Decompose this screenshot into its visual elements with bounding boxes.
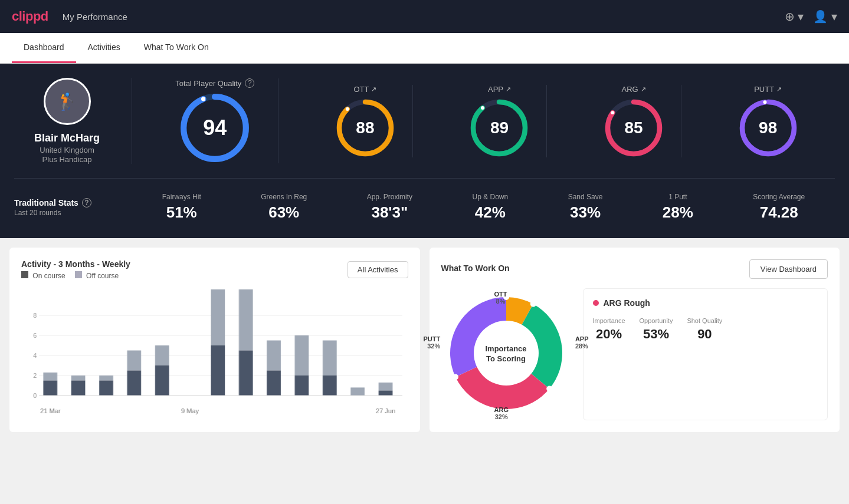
putt-label: PUTT ↗	[754, 85, 782, 94]
legend-on-course: On course	[21, 271, 65, 280]
app-arrow: ↗	[506, 85, 511, 93]
tab-activities[interactable]: Activities	[76, 33, 132, 63]
metric-shot-quality: Shot Quality 90	[687, 317, 722, 342]
tpq-help-icon[interactable]: ?	[245, 78, 254, 88]
ott-label: OTT ↗	[353, 85, 376, 94]
stat-greens-in-reg: Greens In Reg 63%	[261, 193, 307, 222]
wtwo-content: Importance To Scoring OTT8% APP28% ARG32…	[441, 288, 828, 420]
on-course-dot	[21, 271, 28, 278]
player-handicap: Plus Handicap	[42, 155, 92, 164]
score-putt: PUTT ↗ 98	[721, 85, 815, 157]
nav-right: ⊕ ▾ 👤 ▾	[785, 9, 837, 24]
tab-what-to-work-on[interactable]: What To Work On	[132, 33, 221, 63]
wtwo-panel: What To Work On View Dashboard Importanc…	[430, 248, 840, 432]
user-avatar[interactable]: 👤 ▾	[813, 9, 837, 24]
wtwo-header: What To Work On View Dashboard	[441, 259, 828, 279]
putt-circle: 98	[739, 98, 798, 157]
info-metrics: Importance 20% Opportunity 53% Shot Qual…	[593, 317, 818, 342]
player-name: Blair McHarg	[34, 132, 100, 144]
app-circle: 89	[470, 98, 529, 157]
app-label: APP ↗	[488, 85, 511, 94]
stats-label-col: Traditional Stats ? Last 20 rounds	[14, 198, 132, 217]
ott-value: 88	[356, 118, 374, 137]
player-avatar: 🏌	[44, 78, 91, 125]
tpq-circle: 94	[179, 93, 250, 163]
score-arg: ARG ↗ 85	[586, 85, 681, 157]
chart-legend: On course Off course	[21, 271, 130, 280]
stat-up-down: Up & Down 42%	[473, 193, 509, 222]
tabs-bar: Dashboard Activities What To Work On	[0, 33, 849, 64]
scores-row: Total Player Quality ? 94 OTT ↗ 88	[132, 78, 835, 163]
metric-opportunity: Opportunity 53%	[640, 317, 673, 342]
ott-arrow: ↗	[371, 85, 376, 93]
stat-sand-save: Sand Save 33%	[568, 193, 603, 222]
arg-value: 85	[625, 118, 643, 137]
stats-help-icon[interactable]: ?	[82, 198, 91, 207]
tpq-label: Total Player Quality ?	[175, 78, 254, 88]
bottom-row: Activity - 3 Months - Weekly On course O…	[0, 238, 849, 442]
tpq-section: Total Player Quality ? 94	[152, 78, 278, 163]
info-card: ARG Rough Importance 20% Opportunity 53%…	[583, 288, 828, 420]
donut-label-arg: ARG32%	[494, 406, 509, 420]
top-nav: clippd My Performance ⊕ ▾ 👤 ▾	[0, 0, 849, 33]
info-card-dot	[593, 300, 599, 306]
nav-title: My Performance	[63, 12, 127, 22]
activity-panel: Activity - 3 Months - Weekly On course O…	[9, 248, 420, 432]
stat-fairways-hit: Fairways Hit 51%	[162, 193, 201, 222]
score-ott: OTT ↗ 88	[318, 85, 413, 157]
stat-scoring-average: Scoring Average 74.28	[753, 193, 805, 222]
logo[interactable]: clippd	[12, 9, 48, 24]
stats-title: Traditional Stats ?	[14, 198, 120, 207]
stats-items: Fairways Hit 51% Greens In Reg 63% App. …	[132, 193, 835, 222]
arg-circle: 85	[604, 98, 663, 157]
stat-1-putt: 1 Putt 28%	[663, 193, 693, 222]
player-info: 🏌 Blair McHarg United Kingdom Plus Handi…	[14, 78, 132, 164]
metric-importance: Importance 20%	[593, 317, 625, 342]
nav-left: clippd My Performance	[12, 9, 127, 24]
stats-row: Traditional Stats ? Last 20 rounds Fairw…	[14, 178, 835, 222]
tpq-value: 94	[203, 116, 227, 140]
putt-value: 98	[759, 118, 777, 137]
ott-circle: 88	[336, 98, 395, 157]
donut-label-putt: PUTT32%	[424, 335, 441, 350]
tab-dashboard[interactable]: Dashboard	[12, 33, 76, 63]
donut-center-text: Importance To Scoring	[485, 344, 526, 364]
view-dashboard-button[interactable]: View Dashboard	[749, 259, 828, 279]
app-value: 89	[490, 118, 509, 137]
donut-label-app: APP28%	[575, 335, 589, 350]
add-icon[interactable]: ⊕ ▾	[785, 9, 804, 24]
stats-sub: Last 20 rounds	[14, 209, 120, 217]
chart-header: Activity - 3 Months - Weekly On course O…	[21, 259, 408, 280]
chart-title: Activity - 3 Months - Weekly	[21, 259, 130, 269]
chart-area	[21, 289, 408, 419]
off-course-dot	[75, 271, 82, 278]
putt-arrow: ↗	[776, 85, 782, 93]
donut-area: Importance To Scoring OTT8% APP28% ARG32…	[441, 288, 571, 420]
stat-app-proximity: App. Proximity 38'3"	[367, 193, 412, 222]
donut-label-ott: OTT8%	[494, 291, 507, 305]
hero-section: 🏌 Blair McHarg United Kingdom Plus Handi…	[0, 64, 849, 238]
hero-top: 🏌 Blair McHarg United Kingdom Plus Handi…	[14, 78, 835, 164]
arg-label: ARG ↗	[621, 85, 645, 94]
chart-title-area: Activity - 3 Months - Weekly On course O…	[21, 259, 130, 280]
info-card-title: ARG Rough	[593, 298, 818, 308]
score-app: APP ↗ 89	[452, 85, 547, 157]
arg-arrow: ↗	[641, 85, 646, 93]
wtwo-title: What To Work On	[441, 263, 510, 273]
legend-off-course: Off course	[75, 271, 119, 280]
player-country: United Kingdom	[40, 146, 94, 154]
all-activities-button[interactable]: All Activities	[348, 261, 408, 278]
